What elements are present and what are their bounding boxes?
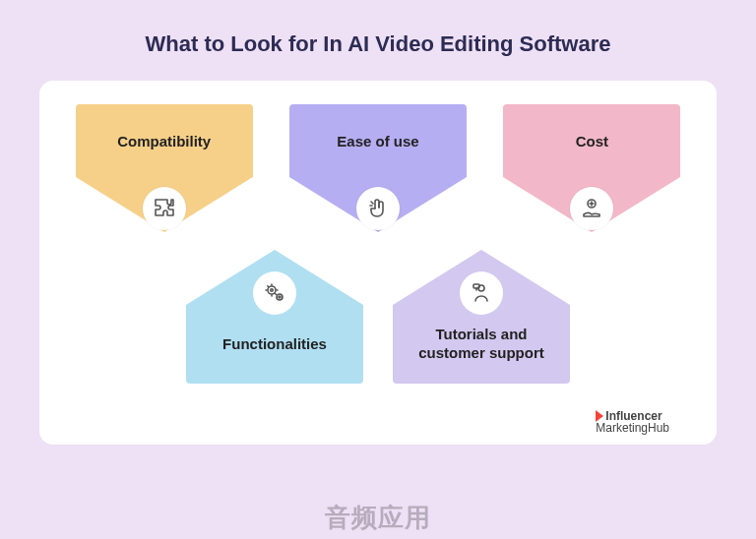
- item-tutorials-support: Tutorials and customer support: [393, 250, 570, 384]
- item-label: Ease of use: [289, 104, 467, 177]
- brand-line2: MarketingHub: [596, 421, 669, 435]
- content-card: Compatibility Ease of use Cost Functiona…: [39, 81, 717, 445]
- item-functionalities: Functionalities: [186, 250, 363, 384]
- item-label: Cost: [503, 104, 680, 177]
- support-icon: [460, 271, 503, 315]
- item-ease-of-use: Ease of use: [289, 104, 467, 232]
- item-label: Tutorials and customer support: [393, 305, 570, 384]
- item-label: Compatibility: [76, 104, 253, 177]
- row-top: Compatibility Ease of use Cost: [67, 104, 689, 232]
- svg-point-2: [271, 289, 274, 292]
- item-label: Functionalities: [186, 305, 363, 384]
- item-compatibility: Compatibility: [76, 104, 253, 232]
- snap-icon: [356, 187, 400, 230]
- puzzle-icon: [143, 187, 186, 230]
- watermark-text: 音频应用: [325, 501, 431, 535]
- svg-point-4: [279, 296, 281, 298]
- item-cost: Cost: [503, 104, 680, 232]
- svg-point-1: [268, 286, 276, 294]
- gears-icon: [253, 271, 296, 315]
- svg-point-3: [277, 294, 283, 300]
- row-bottom: Functionalities Tutorials and customer s…: [67, 250, 689, 384]
- coin-hand-icon: [570, 187, 613, 230]
- page-title: What to Look for In AI Video Editing Sof…: [0, 0, 756, 81]
- brand-logo: Influencer MarketingHub: [596, 410, 669, 435]
